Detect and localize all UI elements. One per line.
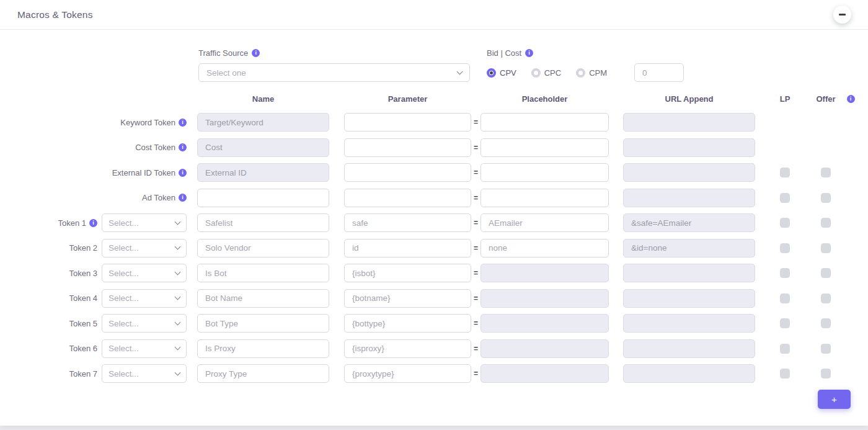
placeholder-input <box>480 339 609 358</box>
chevron-down-icon <box>175 269 181 275</box>
equals-sign: = <box>471 118 480 127</box>
traffic-source-selected-value: Select one <box>206 68 246 78</box>
lp-checkbox <box>780 293 790 303</box>
col-header-placeholder: Placeholder <box>480 94 609 104</box>
equals-sign: = <box>471 344 480 353</box>
row-label: Token 4 <box>17 293 97 303</box>
token-row: Cost Token i = <box>17 138 851 157</box>
offer-checkbox <box>821 293 831 303</box>
info-icon[interactable]: i <box>179 194 187 202</box>
url-append-input <box>623 239 755 258</box>
placeholder-input <box>480 314 609 333</box>
add-token-button[interactable]: + <box>818 390 851 409</box>
offer-checkbox <box>821 344 831 354</box>
parameter-input[interactable] <box>344 113 471 132</box>
parameter-input[interactable] <box>344 163 471 182</box>
name-input[interactable] <box>197 289 329 308</box>
radio-cpm[interactable]: CPM <box>576 68 607 78</box>
token-type-select[interactable]: Select... <box>102 289 187 308</box>
equals-sign: = <box>471 244 480 253</box>
traffic-source-select[interactable]: Select one <box>198 63 470 82</box>
parameter-input[interactable] <box>344 339 471 358</box>
lp-cell <box>770 369 800 378</box>
name-input[interactable] <box>197 189 329 207</box>
token-type-select[interactable]: Select... <box>102 339 187 358</box>
name-input[interactable] <box>197 239 329 258</box>
name-input[interactable] <box>197 339 329 358</box>
url-append-input <box>623 113 755 132</box>
offer-cell <box>811 243 841 253</box>
placeholder-input[interactable] <box>480 138 609 157</box>
info-icon[interactable]: i <box>89 219 97 227</box>
parameter-input[interactable] <box>344 189 471 207</box>
lp-cell <box>770 318 800 328</box>
info-icon[interactable]: i <box>252 49 260 57</box>
minus-icon <box>839 14 846 16</box>
radio-cpc-label: CPC <box>544 68 561 78</box>
offer-cell <box>811 344 841 354</box>
lp-cell <box>770 344 800 354</box>
col-header-lp: LP <box>770 94 800 104</box>
lp-cell <box>770 243 800 253</box>
card-header: Macros & Tokens <box>0 0 868 30</box>
parameter-input[interactable] <box>344 364 471 383</box>
parameter-input[interactable] <box>344 138 471 157</box>
url-append-input <box>623 163 755 182</box>
token-row: External ID Token i = <box>17 163 851 182</box>
parameter-input[interactable] <box>344 239 471 258</box>
placeholder-input[interactable] <box>480 213 609 232</box>
placeholder-input[interactable] <box>480 113 609 132</box>
name-input[interactable] <box>197 213 329 232</box>
parameter-input[interactable] <box>344 314 471 333</box>
add-row: + <box>17 390 851 409</box>
offer-cell <box>811 193 841 203</box>
radio-circle-icon <box>576 68 585 78</box>
name-input[interactable] <box>197 264 329 282</box>
chevron-down-icon <box>175 244 181 250</box>
info-icon[interactable]: i <box>179 169 187 177</box>
placeholder-input[interactable] <box>480 239 609 258</box>
bid-cost-label: Bid | Cost i <box>487 48 684 58</box>
offer-checkbox <box>821 168 831 177</box>
name-input[interactable] <box>197 314 329 333</box>
placeholder-input[interactable] <box>480 163 609 182</box>
row-label: Token 2 <box>17 243 97 253</box>
info-icon[interactable]: i <box>179 119 187 127</box>
token-type-select[interactable]: Select... <box>102 314 187 333</box>
info-icon[interactable]: i <box>179 143 187 151</box>
row-label-text: Token 3 <box>69 269 97 278</box>
token-type-select[interactable]: Select... <box>102 364 187 383</box>
token-row: Token 6 Select... = <box>17 339 851 358</box>
url-append-input <box>623 138 755 157</box>
traffic-source-label-text: Traffic Source <box>198 48 248 58</box>
bid-value-input[interactable] <box>634 63 684 82</box>
info-icon[interactable]: i <box>525 49 533 57</box>
name-input[interactable] <box>197 364 329 383</box>
placeholder-input <box>480 364 609 383</box>
row-label: Token 5 <box>17 319 97 328</box>
token-row: Token 1 i Select... = <box>17 213 851 232</box>
token-type-select[interactable]: Select... <box>102 239 187 258</box>
row-label-text: Keyword Token <box>120 118 175 127</box>
collapse-button[interactable] <box>833 6 851 24</box>
offer-checkbox <box>821 218 831 228</box>
url-append-input <box>623 213 755 232</box>
token-type-select[interactable]: Select... <box>102 264 187 282</box>
radio-cpv[interactable]: CPV <box>487 68 516 78</box>
macros-tokens-card: Macros & Tokens Traffic Source i Select … <box>0 0 868 426</box>
bid-cost-label-text: Bid | Cost <box>487 48 521 58</box>
chevron-down-icon <box>457 68 463 74</box>
parameter-input[interactable] <box>344 289 471 308</box>
parameter-input[interactable] <box>344 213 471 232</box>
row-label-text: Ad Token <box>142 193 175 202</box>
token-type-select[interactable]: Select... <box>102 213 187 232</box>
name-input <box>197 163 329 182</box>
col-header-offer: Offer <box>811 94 841 104</box>
radio-cpc[interactable]: CPC <box>531 68 561 78</box>
url-append-input <box>623 189 755 207</box>
parameter-input[interactable] <box>344 264 471 282</box>
token-type-selected-value: Select... <box>108 293 139 303</box>
info-icon[interactable]: i <box>847 95 855 103</box>
page-title: Macros & Tokens <box>17 9 93 20</box>
placeholder-input[interactable] <box>480 189 609 207</box>
